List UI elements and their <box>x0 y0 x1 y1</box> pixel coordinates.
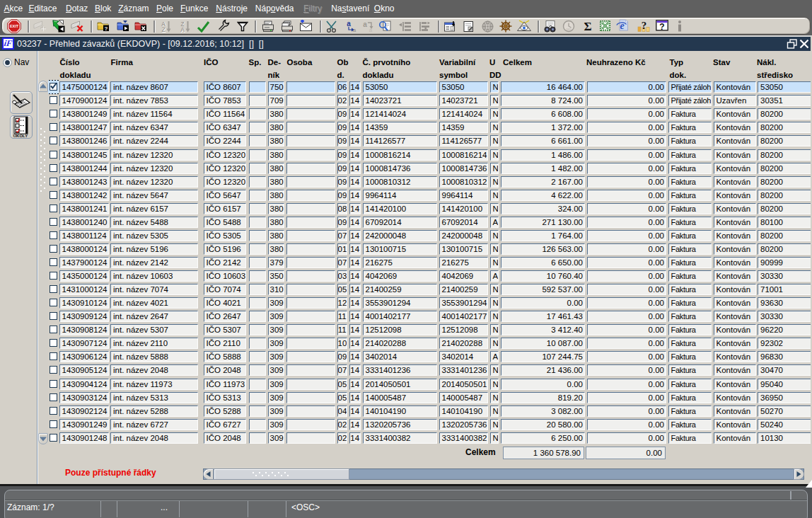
svg-text:A: A <box>180 26 185 33</box>
svg-text:Z: Z <box>161 26 165 33</box>
svg-text:1315: 1315 <box>566 28 572 31</box>
svg-text:a: a <box>363 21 367 28</box>
svg-text:Σ: Σ <box>584 20 591 32</box>
svg-text:?: ? <box>659 22 664 32</box>
svg-text:e: e <box>620 21 624 31</box>
svg-text:a: a <box>347 20 351 28</box>
svg-text:a: a <box>353 27 356 32</box>
svg-text:?: ? <box>641 20 646 31</box>
svg-text:a: a <box>369 27 373 32</box>
svg-text:EXIT: EXIT <box>10 24 19 28</box>
svg-text:?: ? <box>105 25 108 32</box>
